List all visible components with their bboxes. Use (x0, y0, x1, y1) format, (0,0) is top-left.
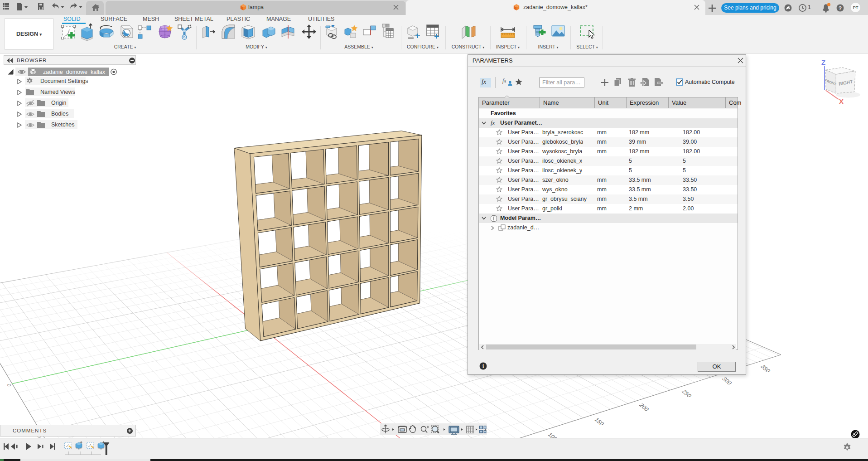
svg-text:Bodies: Bodies (51, 111, 68, 117)
svg-text:Document Settings: Document Settings (40, 78, 88, 84)
svg-text:X: X (839, 97, 844, 105)
svg-text:Origin: Origin (51, 100, 66, 106)
svg-text:Sketches: Sketches (51, 121, 74, 128)
svg-text:Named Views: Named Views (40, 89, 75, 95)
svg-text:zadanie_domowe_kallax: zadanie_domowe_kallax (43, 69, 106, 75)
svg-text:?: ? (839, 5, 842, 11)
svg-text:Z: Z (821, 58, 825, 66)
